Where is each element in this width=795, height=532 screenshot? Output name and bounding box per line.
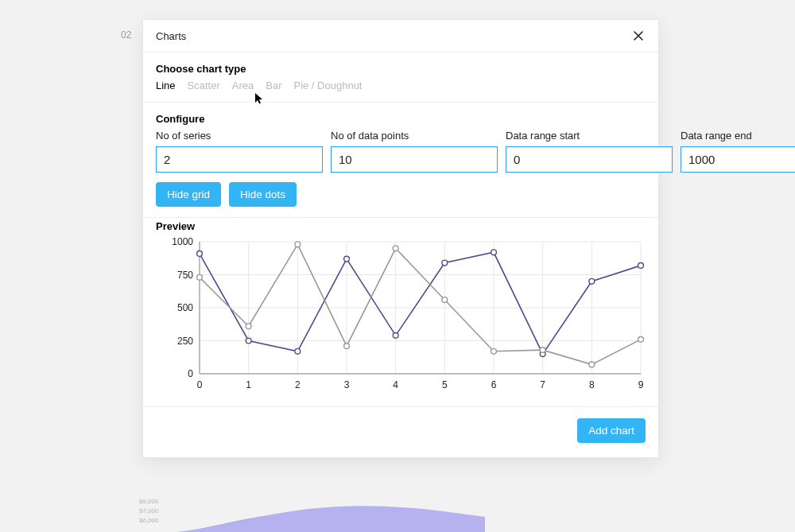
field-label: Data range start (506, 130, 673, 142)
close-button[interactable] (631, 29, 646, 43)
page-marker: 02 (121, 29, 131, 41)
chart-type-heading: Choose chart type (156, 63, 646, 75)
field-label: No of data points (331, 130, 498, 142)
dialog-title: Charts (156, 30, 186, 42)
svg-text:3: 3 (344, 379, 350, 390)
svg-point-50 (589, 362, 595, 367)
svg-point-42 (197, 274, 203, 280)
svg-text:9: 9 (638, 379, 644, 390)
svg-text:2: 2 (295, 379, 301, 390)
preview-heading: Preview (156, 220, 646, 232)
field-label: No of series (156, 130, 323, 142)
svg-point-34 (295, 348, 301, 354)
configure-heading: Configure (156, 113, 646, 125)
field-no-of-data-points: No of data points (331, 130, 498, 173)
svg-text:1: 1 (246, 379, 251, 390)
configure-fields-row: No of series No of data points Data rang… (156, 130, 646, 173)
svg-text:8: 8 (589, 379, 595, 390)
svg-point-47 (442, 297, 448, 303)
background-stacked-chart: $8,000 $7,000 $6,000 (135, 493, 485, 532)
svg-point-35 (344, 256, 350, 262)
hide-grid-button[interactable]: Hide grid (156, 182, 221, 207)
configure-section: Configure No of series No of data points… (143, 103, 658, 218)
data-range-end-input[interactable] (681, 146, 795, 173)
field-data-range-end: Data range end (681, 130, 795, 173)
svg-point-48 (491, 348, 497, 354)
svg-text:500: 500 (177, 302, 193, 313)
no-of-data-points-input[interactable] (331, 146, 498, 173)
tab-bar[interactable]: Bar (266, 80, 281, 91)
preview-section: Preview 025050075010000123456789 (143, 218, 658, 407)
svg-point-45 (344, 344, 350, 349)
svg-point-41 (638, 262, 644, 268)
dialog-header: Charts (143, 20, 658, 52)
svg-text:0: 0 (197, 379, 203, 390)
svg-point-43 (246, 324, 251, 329)
line-chart-svg: 025050075010000123456789 (156, 237, 649, 396)
bg-stacked-layers (167, 493, 485, 532)
field-data-range-start: Data range start (506, 130, 673, 173)
svg-text:6: 6 (491, 379, 497, 390)
svg-text:7: 7 (540, 379, 545, 390)
no-of-series-input[interactable] (156, 146, 323, 173)
close-icon (632, 29, 645, 42)
svg-point-40 (589, 278, 595, 284)
svg-point-36 (393, 332, 398, 338)
dialog-footer: Add chart (143, 407, 658, 457)
chart-type-section: Choose chart type Line Scatter Area Bar … (143, 52, 658, 103)
svg-point-49 (540, 348, 545, 353)
tab-scatter[interactable]: Scatter (188, 80, 220, 91)
hide-dots-button[interactable]: Hide dots (229, 182, 297, 207)
field-no-of-series: No of series (156, 130, 323, 173)
tab-line[interactable]: Line (156, 80, 176, 91)
svg-point-37 (442, 260, 448, 266)
charts-dialog: Charts Choose chart type Line Scatter Ar… (142, 19, 659, 458)
svg-text:1000: 1000 (172, 237, 193, 247)
bg-ytick: $7,000 (139, 507, 158, 515)
svg-point-32 (197, 251, 203, 257)
svg-point-38 (491, 250, 497, 255)
field-label: Data range end (681, 130, 795, 142)
tab-pie-doughnut[interactable]: Pie / Doughnut (293, 80, 362, 91)
svg-text:4: 4 (393, 379, 398, 390)
preview-chart: 025050075010000123456789 (156, 237, 649, 396)
tab-area[interactable]: Area (232, 80, 254, 91)
bg-ytick: $6,000 (139, 517, 158, 524)
svg-point-44 (295, 242, 301, 247)
svg-text:5: 5 (442, 379, 448, 390)
svg-point-33 (246, 338, 251, 344)
svg-point-51 (638, 336, 644, 342)
svg-text:0: 0 (188, 368, 193, 379)
svg-text:750: 750 (177, 270, 193, 281)
svg-point-46 (393, 246, 398, 251)
add-chart-button[interactable]: Add chart (577, 418, 646, 443)
bg-ytick: $8,000 (139, 498, 158, 505)
svg-text:250: 250 (177, 336, 193, 347)
data-range-start-input[interactable] (506, 146, 673, 173)
configure-buttons-row: Hide grid Hide dots (156, 182, 646, 207)
chart-type-tabs: Line Scatter Area Bar Pie / Doughnut (156, 80, 646, 91)
